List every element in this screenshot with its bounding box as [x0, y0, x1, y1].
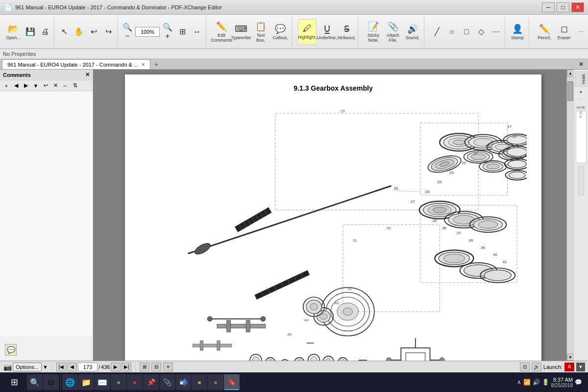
- camera-icon[interactable]: 📷: [3, 363, 12, 371]
- zoom-out-button[interactable]: 🔍−: [121, 19, 134, 45]
- cursor-button[interactable]: ↖: [57, 19, 71, 45]
- taskbar-app2[interactable]: ●: [127, 374, 143, 390]
- svg-text:27: 27: [411, 199, 415, 204]
- eraser-button[interactable]: ◻ Eraser: [555, 19, 573, 45]
- scroll-down-button[interactable]: ▼: [567, 354, 573, 361]
- more-draw-button[interactable]: ⋯: [489, 19, 503, 45]
- edit-comments-button[interactable]: ✏️ Edit Comments: [212, 19, 231, 45]
- hand-button[interactable]: ✋: [72, 19, 86, 45]
- text-box-button[interactable]: 📋 Text Box,: [251, 19, 270, 45]
- system-clock[interactable]: 8:37 AM 8/25/2018: [551, 377, 573, 388]
- notification-icon[interactable]: 💬: [575, 379, 582, 386]
- svg-point-94: [280, 360, 289, 361]
- tray-chevron[interactable]: ∧: [517, 379, 521, 386]
- audio-button[interactable]: 🔊: [532, 363, 541, 371]
- panel-next-button[interactable]: ▶: [22, 81, 30, 90]
- taskbar-app3[interactable]: 📌: [143, 374, 159, 390]
- poly-button[interactable]: ◇: [474, 19, 488, 45]
- strikeout-button[interactable]: S̶ Strikeout,: [337, 19, 356, 45]
- rect-button[interactable]: □: [460, 19, 473, 45]
- close-button[interactable]: ✕: [571, 2, 584, 12]
- svg-text:29: 29: [341, 109, 345, 113]
- forward-button[interactable]: ↪: [101, 19, 115, 45]
- dropdown-arrow[interactable]: ▼: [43, 364, 48, 370]
- prev-page-button[interactable]: ◀: [67, 363, 77, 371]
- panel-add-button[interactable]: +: [2, 81, 11, 90]
- right-panel-what[interactable]: WHA: [575, 72, 588, 87]
- callout-button[interactable]: 💬 Callout,: [271, 19, 290, 45]
- volume-icon[interactable]: 🔊: [533, 379, 540, 386]
- taskbar-app6[interactable]: ●: [192, 374, 207, 390]
- view-mode-button-2[interactable]: ⊟: [151, 363, 161, 371]
- more-pencil-button[interactable]: ⋯: [574, 19, 588, 45]
- circle-button[interactable]: ○: [445, 19, 459, 45]
- save-button[interactable]: 💾: [24, 19, 37, 45]
- first-page-button[interactable]: |◀: [56, 363, 66, 371]
- taskbar-edge[interactable]: 🌐: [62, 374, 78, 390]
- panel-delete-button[interactable]: ✕: [51, 81, 60, 90]
- tab-close-1[interactable]: ✕: [141, 62, 145, 67]
- fit-button[interactable]: ⊡: [520, 363, 530, 371]
- zoom-out-icon: 🔍−: [122, 23, 133, 41]
- panel-sort-button[interactable]: ⇅: [71, 81, 79, 90]
- start-button[interactable]: ⊞: [2, 373, 26, 391]
- view-mode-button[interactable]: ⊞: [140, 363, 149, 371]
- taskbar-explorer[interactable]: 📁: [78, 374, 94, 390]
- search-button[interactable]: 🔍: [27, 374, 43, 390]
- line-button[interactable]: ╱: [430, 19, 444, 45]
- taskbar-app1[interactable]: ●: [111, 374, 126, 390]
- scroll-up-button[interactable]: ▲: [567, 70, 573, 76]
- typewriter-button[interactable]: ⌨ Typewriter: [232, 19, 250, 45]
- maximize-button[interactable]: □: [557, 2, 569, 12]
- new-tab-button[interactable]: +: [151, 59, 161, 69]
- back-button[interactable]: ↩: [87, 19, 100, 45]
- zoom-input[interactable]: 100%: [135, 27, 160, 37]
- taskbar-pdfeditor[interactable]: 🔖: [224, 374, 240, 390]
- sound-button[interactable]: 🔊 Sound,: [403, 19, 422, 45]
- open-button[interactable]: 📂 Open...: [4, 19, 23, 45]
- svg-point-93: [268, 360, 273, 361]
- options-button[interactable]: Options...: [13, 363, 42, 371]
- view-mode-button-3[interactable]: ≡: [163, 363, 173, 371]
- close-panel-button[interactable]: ✕: [576, 59, 586, 69]
- page-number-input[interactable]: 173: [78, 363, 98, 371]
- taskbar-mail[interactable]: ✉️: [95, 374, 110, 390]
- fit-page-button[interactable]: ⊞: [175, 19, 189, 45]
- underline-button[interactable]: U̲ Underline,: [318, 19, 336, 45]
- zoom-in-button[interactable]: 🔍+: [161, 19, 174, 45]
- taskbar-app7[interactable]: ●: [208, 374, 223, 390]
- right-panel-input[interactable]: [576, 111, 587, 163]
- panel-reply-button[interactable]: ↩: [41, 81, 50, 90]
- last-page-button[interactable]: ▶|: [122, 363, 131, 371]
- typewriter-icon: ⌨: [235, 24, 247, 34]
- scroll-thumb[interactable]: [567, 81, 573, 101]
- network-icon[interactable]: 📶: [523, 379, 531, 386]
- taskbar-app4[interactable]: 📎: [159, 374, 175, 390]
- panel-expand-button[interactable]: ↔: [61, 81, 70, 90]
- battery-icon[interactable]: 🔋: [542, 379, 549, 386]
- next-page-button[interactable]: ▶: [111, 363, 121, 371]
- right-panel-scrollbar[interactable]: [578, 166, 584, 196]
- right-panel-when-label: WHE: [576, 105, 586, 110]
- add-comment-icon[interactable]: 💬: [5, 344, 17, 356]
- panel-close-button[interactable]: ✕: [85, 72, 90, 78]
- sticky-note-button[interactable]: 📝 Sticky Note,: [364, 19, 383, 45]
- fit-width-button[interactable]: ↔: [190, 19, 204, 45]
- taskbar-app5[interactable]: 📬: [175, 374, 191, 390]
- pencil-button[interactable]: ✏️ Pencil,: [535, 19, 554, 45]
- minimize-button[interactable]: ─: [542, 2, 555, 12]
- panel-filter-button[interactable]: ▼: [31, 81, 40, 90]
- highlight-button[interactable]: 🖊 Highlight,: [298, 19, 317, 45]
- launch-acrobat-button[interactable]: A: [564, 363, 574, 371]
- scroll-track[interactable]: [567, 76, 573, 354]
- fit-width-icon: ↔: [193, 27, 201, 36]
- panel-prev-button[interactable]: ◀: [12, 81, 21, 90]
- eraser-icon: ◻: [561, 24, 568, 34]
- task-view-button[interactable]: ⊡: [43, 374, 59, 390]
- launch-more-button[interactable]: ▼: [576, 363, 585, 371]
- attach-file-button[interactable]: 📎 Attach File,: [384, 19, 402, 45]
- pdf-scrollbar[interactable]: ▲ ▼: [566, 70, 573, 361]
- stamp-button[interactable]: 👤 Stamp: [508, 19, 527, 45]
- print-button[interactable]: 🖨: [38, 19, 52, 45]
- document-tab-1[interactable]: 961 Manual - EURO4 Update - 2017 - Comma…: [2, 59, 150, 69]
